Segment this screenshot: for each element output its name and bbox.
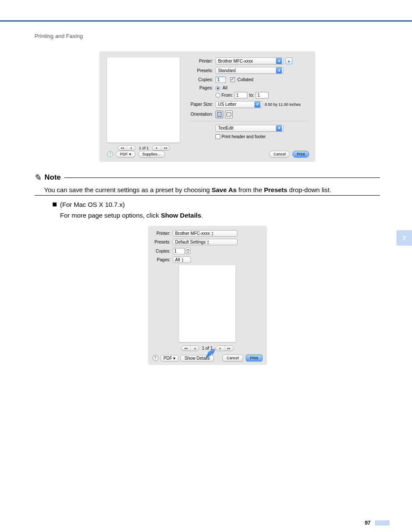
cancel-button[interactable]: Cancel [222,355,243,361]
help-button[interactable]: ? [152,355,158,361]
paper-size-label: Paper Size: [189,102,213,107]
page-preview [179,265,235,342]
paper-size-select[interactable]: US Letter⇵ [216,101,262,108]
orientation-portrait[interactable]: ↑ [216,111,223,118]
pages-all-label: All [222,86,227,90]
collated-label: Collated [238,77,254,82]
pages-to-input[interactable] [256,92,269,98]
printer-select[interactable]: Brother MFC-xxxx⇵ [216,57,284,64]
preview-nav-fwd[interactable]: ▸▸▸ [216,345,234,351]
paper-size-dimensions: 8.50 by 11.00 inches [265,102,301,107]
note-icon: ✎ [34,172,43,183]
print-dialog-10-6: ◂◂◂ 1 of 1 ▸▸▸ Printer: Brother MFC-xxxx… [99,51,315,162]
pages-from-input[interactable] [235,92,247,98]
presets-label: Presets: [189,68,213,73]
app-section-select[interactable]: TextEdit⇵ [216,125,284,132]
preview-page-indicator: 1 of 1 [139,146,149,150]
orientation-label: Orientation: [189,112,213,117]
bullet-icon [53,203,57,206]
note-body: You can save the current settings as a p… [44,186,380,193]
printer-label: Printer: [189,59,213,63]
pages-label: Pages: [189,86,213,90]
copies-label: Copies: [152,249,171,253]
pages-range-radio[interactable] [216,93,220,98]
presets-select[interactable]: Standard⇵ [216,67,284,74]
pdf-button[interactable]: PDF ▾ [116,151,136,158]
copies-stepper[interactable]: ▴▾ [186,247,190,254]
pdf-button[interactable]: PDF ▾ [161,355,179,361]
header-footer-checkbox[interactable] [216,134,220,139]
supplies-button[interactable]: Supplies... [138,151,165,158]
preview-nav-back[interactable]: ◂◂◂ [117,145,136,151]
header-footer-label: Print header and footer [222,134,266,139]
preview-nav-fwd[interactable]: ▸▸▸ [152,145,170,151]
breadcrumb: Printing and Faxing [35,33,380,39]
os-heading: (For Mac OS X 10.7.x) [60,201,125,208]
note-title: Note [44,173,61,182]
collated-checkbox[interactable] [230,77,235,82]
presets-select[interactable]: Default Settings▴▾ [173,239,238,245]
page-preview [107,57,180,142]
copies-input[interactable] [216,76,226,83]
landscape-icon: → [226,112,231,117]
svg-text:↑: ↑ [219,113,220,116]
pages-to-label: to: [249,93,254,98]
printer-select[interactable]: Brother MFC-xxxx▴▾ [173,230,238,237]
orientation-landscape[interactable]: → [225,111,233,118]
callout-arrow-icon [204,347,217,360]
chapter-tab: 7 [396,230,412,246]
copies-label: Copies: [189,77,213,82]
help-button[interactable]: ? [107,151,113,157]
note-section: ✎ Note You can save the current settings… [35,172,380,196]
cancel-button[interactable]: Cancel [269,151,290,158]
preview-nav-back[interactable]: ◂◂◂ [181,345,199,351]
os-10-7-section: (For Mac OS X 10.7.x) For more page setu… [53,201,380,219]
page-number: 97 [365,520,371,526]
pages-select[interactable]: All▴▾ [173,256,191,263]
print-dialog-10-7: Printer: Brother MFC-xxxx▴▾ Presets: Def… [148,226,267,365]
page-footer: 97 [365,520,390,526]
pages-from-label: From: [222,93,233,98]
presets-label: Presets: [152,240,171,244]
portrait-icon: ↑ [217,112,222,117]
os-body: For more page setup options, click Show … [60,212,380,219]
printer-status-button[interactable]: ▲ [285,57,292,64]
print-button[interactable]: Print [292,151,309,158]
pages-all-radio[interactable] [216,86,220,91]
svg-text:→: → [228,113,230,116]
printer-label: Printer: [152,231,171,236]
print-button[interactable]: Print [246,355,263,361]
pages-label: Pages: [152,257,171,262]
copies-input[interactable] [173,248,185,254]
